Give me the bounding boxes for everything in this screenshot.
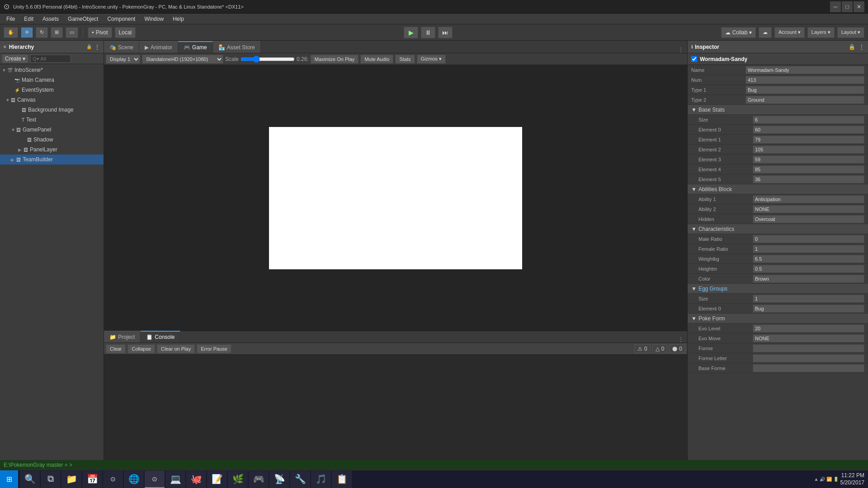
tab-console[interactable]: 📋 Console (141, 331, 180, 343)
start-button[interactable]: ⊞ (0, 470, 18, 488)
menu-file[interactable]: File (2, 15, 19, 23)
menu-edit[interactable]: Edit (19, 15, 38, 23)
bottom-tab-more[interactable]: ⋮ (675, 336, 687, 343)
hierarchy-search[interactable] (30, 55, 71, 63)
tab-scene[interactable]: 🎭 Scene (104, 41, 139, 53)
hier-item-text[interactable]: T Text (0, 115, 104, 125)
insp-value[interactable] (753, 334, 864, 343)
move-tool[interactable]: ✛ (21, 27, 33, 38)
play-button[interactable]: ▶ (404, 27, 418, 38)
mute-audio-button[interactable]: Mute Audio (360, 55, 393, 64)
insp-value[interactable] (753, 205, 864, 213)
taskbar-search[interactable]: 🔍 (20, 471, 40, 488)
section-abilities[interactable]: ▼ Abilities Block (688, 184, 868, 194)
insp-value[interactable] (753, 324, 864, 333)
taskbar-vs[interactable]: 💻 (165, 471, 185, 488)
hier-item-gamepanel[interactable]: ▼ 🖼 GamePanel (0, 125, 104, 135)
rect-tool[interactable]: ▭ (66, 27, 78, 38)
insp-value[interactable] (753, 235, 864, 243)
gizmos-button[interactable]: Gizmos ▾ (417, 55, 446, 64)
section-characteristics[interactable]: ▼ Characteristics (688, 224, 868, 234)
clear-button[interactable]: Clear (106, 344, 126, 353)
cloud-button[interactable]: ☁ (759, 27, 772, 38)
hier-item-main-camera[interactable]: 📷 Main Camera (0, 75, 104, 85)
insp-value[interactable] (753, 354, 864, 362)
resolution-select[interactable]: StandaloneHD (868×488) (142, 55, 223, 64)
insp-value[interactable] (753, 275, 864, 283)
insp-value-name[interactable] (745, 66, 864, 74)
tab-more-icon[interactable]: ⋮ (675, 47, 687, 53)
tab-game[interactable]: 🎮 Game (178, 41, 213, 53)
insp-value[interactable] (753, 245, 864, 253)
menu-window[interactable]: Window (140, 15, 168, 23)
section-egg-groups[interactable]: ▼ Egg Groups (688, 284, 868, 294)
insp-value[interactable] (753, 344, 864, 352)
insp-value[interactable] (753, 145, 864, 154)
close-button[interactable]: ✕ (854, 1, 864, 12)
hier-item-background-image[interactable]: 🖼 Background Image (0, 105, 104, 115)
insp-value[interactable] (753, 175, 864, 183)
taskbar-explorer[interactable]: 📁 (61, 471, 81, 488)
hier-item-canvas[interactable]: ▼ 🖼 Canvas (0, 95, 104, 105)
scale-slider[interactable] (241, 56, 295, 63)
insp-value[interactable] (753, 155, 864, 164)
layout-button[interactable]: Layout ▾ (837, 27, 864, 38)
insp-value[interactable] (753, 136, 864, 144)
error-pause-button[interactable]: Error Pause (197, 344, 231, 353)
insp-value[interactable] (753, 165, 864, 174)
collab-button[interactable]: ☁ Collab ▾ (721, 27, 756, 38)
taskbar-chrome[interactable]: 🌐 (124, 471, 144, 488)
hier-item-eventsystem[interactable]: ⚡ EventSystem (0, 85, 104, 95)
maximize-button[interactable]: □ (842, 1, 853, 12)
menu-gameobject[interactable]: GameObject (63, 15, 103, 23)
insp-value[interactable] (753, 364, 864, 372)
pivot-button[interactable]: ● Pivot (88, 27, 112, 38)
local-button[interactable]: Local (115, 27, 136, 38)
insp-value[interactable] (753, 126, 864, 134)
taskbar-app2[interactable]: 🔧 (290, 471, 310, 488)
collapse-button[interactable]: Collapse (127, 344, 155, 353)
taskbar-vs-code[interactable]: 📝 (207, 471, 227, 488)
menu-assets[interactable]: Assets (38, 15, 63, 23)
insp-value[interactable] (753, 116, 864, 124)
insp-value[interactable] (753, 305, 864, 313)
taskbar-calendar[interactable]: 📅 (82, 471, 102, 488)
step-button[interactable]: ⏭ (438, 27, 453, 38)
maximize-on-play-button[interactable]: Maximize On Play (311, 55, 359, 64)
insp-value-type1[interactable] (745, 86, 864, 94)
account-button[interactable]: Account ▾ (774, 27, 805, 38)
stats-button[interactable]: Stats (395, 55, 415, 64)
hier-item-teambuilder[interactable]: ▶ 🖼 TeamBuilder (0, 155, 104, 164)
taskbar-steam[interactable]: 🎮 (249, 471, 269, 488)
menu-component[interactable]: Component (103, 15, 140, 23)
section-poke-form[interactable]: ▼ Poke Form (688, 314, 868, 324)
taskbar-github[interactable]: 🐙 (186, 471, 206, 488)
inspector-lock-btn[interactable]: 🔒 (849, 44, 855, 50)
rotate-tool[interactable]: ↻ (36, 27, 48, 38)
insp-value[interactable] (753, 195, 864, 203)
layers-button[interactable]: Layers ▾ (807, 27, 835, 38)
insp-value[interactable] (753, 255, 864, 263)
hier-item-panellayer[interactable]: ▶ 🖼 PanelLayer (0, 145, 104, 155)
insp-value-num[interactable] (745, 76, 864, 84)
hierarchy-menu-icon[interactable]: ⋮ (94, 44, 100, 50)
tab-project[interactable]: 📁 Project (104, 331, 141, 343)
minimize-button[interactable]: ─ (830, 1, 841, 12)
taskbar-unity-icon[interactable]: ⊙ (103, 471, 123, 488)
insp-value[interactable] (753, 215, 864, 223)
insp-value[interactable] (753, 265, 864, 273)
insp-value[interactable] (753, 295, 864, 303)
display-select[interactable]: Display 1 (106, 55, 140, 64)
scale-tool[interactable]: ⊞ (51, 27, 63, 38)
menu-help[interactable]: Help (168, 15, 189, 23)
taskbar-itunes[interactable]: 🎵 (311, 471, 331, 488)
hand-tool[interactable]: ✋ (4, 27, 18, 38)
tab-asset-store[interactable]: 🏪 Asset Store (213, 41, 261, 53)
clear-on-play-button[interactable]: Clear on Play (157, 344, 195, 353)
taskbar-unity-active[interactable]: ⊙ (145, 471, 165, 488)
insp-value-type2[interactable] (745, 96, 864, 104)
inspector-menu-btn[interactable]: ⋮ (859, 44, 864, 50)
pause-button[interactable]: ⏸ (421, 27, 435, 38)
create-button[interactable]: Create ▾ (2, 54, 28, 63)
section-base-stats[interactable]: ▼ Base Stats (688, 105, 868, 115)
